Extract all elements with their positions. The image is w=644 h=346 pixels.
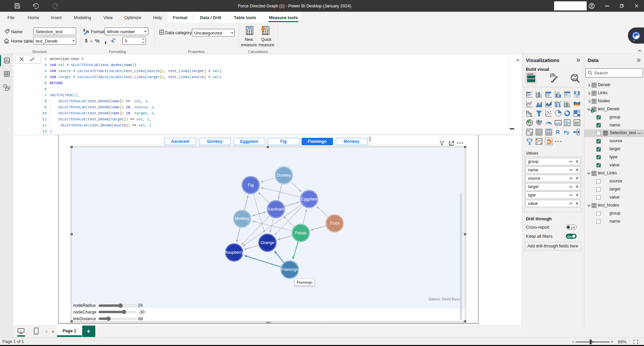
svg-text:Truck: Truck [329,221,340,226]
svg-text:Potato: Potato [294,230,307,235]
svg-text:R: R [556,129,560,135]
svg-text:Aardvark: Aardvark [268,207,284,211]
svg-text:Monkey: Monkey [235,216,250,221]
svg-text:00: 00 [113,38,115,41]
svg-text:Py: Py [564,130,570,135]
svg-text:Fig: Fig [248,182,253,187]
svg-text:123: 123 [556,121,560,124]
svg-text:Raspberry: Raspberry [224,250,244,254]
svg-text:Donkey: Donkey [277,173,291,178]
svg-text:Orange: Orange [260,240,274,245]
svg-text:Eggplant: Eggplant [301,196,317,201]
svg-text:Flamingo: Flamingo [281,267,298,272]
